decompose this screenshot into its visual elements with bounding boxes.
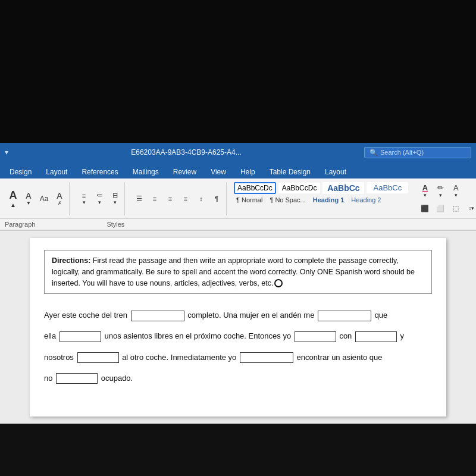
indent-right-icon: ⬜ [436, 205, 444, 212]
eraser-icon: ✗ [58, 201, 62, 206]
style-sample2-text: AaBbCcDc [282, 184, 317, 192]
line-spacing-btn[interactable]: ↕▾ [464, 201, 476, 217]
font-color-row: A ▾ ✏ ▾ A ▾ [418, 182, 463, 199]
line2-mid2: con [339, 331, 352, 340]
passage-line-2: ella unos asientos libres en el próximo … [44, 327, 432, 345]
styles-row-bottom: ¶ Normal ¶ No Spac... Heading 1 Heading … [234, 195, 383, 205]
document-area: Directions: First read the passage and t… [0, 231, 476, 424]
fill-blank-8[interactable] [56, 373, 98, 384]
tab-help[interactable]: Help [233, 165, 262, 178]
highlight-icon: ✏ [437, 183, 444, 192]
search-box[interactable]: 🔍 Search (Alt+Q) [364, 147, 471, 158]
styles-row-top: AaBbCcDc AaBbCcDc AaBbCc AaBbCc [234, 182, 408, 194]
fill-blank-2[interactable] [318, 311, 371, 321]
style-heading1-sample: AaBbCc [322, 182, 364, 194]
screen-container: ▾ E66203AA-9AB3-4CB9-A625-A4... 🔍 Search… [0, 0, 476, 476]
line3-mid: al otro coche. Inmediatamente yo [122, 353, 236, 362]
fill-blank-7[interactable] [240, 352, 293, 363]
tab-layout[interactable]: Layout [39, 165, 74, 178]
tab-table-design[interactable]: Table Design [262, 165, 318, 178]
tab-mailings[interactable]: Mailings [126, 165, 166, 178]
font-underline-btn[interactable]: A ▾ [449, 182, 463, 199]
nospace-style-btn[interactable]: ¶ No Spac... [267, 195, 308, 205]
tab-layout2[interactable]: Layout [318, 165, 353, 178]
font-A-icon: A [10, 189, 17, 202]
ribbon-toolbar: A ▲ A ▼ Aa A ✗ ≡ ▾ ≔ ▾ [0, 178, 476, 219]
line1-mid: completo. Una mujer en el andén me [187, 311, 314, 320]
aabbcc-preview: AaBbCcDc [234, 182, 276, 194]
heading2-style-btn[interactable]: Heading 2 [349, 195, 383, 205]
numbered-list-icon: ≔ [96, 192, 103, 199]
clear-format-icon: A [57, 191, 62, 201]
window-arrow: ▾ [5, 148, 8, 156]
font-size-decrease-btn[interactable]: A ▼ [21, 182, 36, 215]
ribbon-labels: Paragraph Styles [0, 219, 476, 231]
justify-btn[interactable]: ≡ [178, 182, 193, 215]
line4-post: ocupado. [101, 374, 133, 383]
sort-btn[interactable]: ↕ [194, 182, 208, 215]
font-color-btn[interactable]: A ▾ [418, 182, 432, 199]
font-size-increase-btn[interactable]: A ▲ [6, 182, 20, 215]
styles-label: Styles [107, 221, 124, 228]
font-group: A ▲ A ▼ Aa A ✗ [4, 182, 70, 215]
normal-style-btn[interactable]: ¶ Normal [234, 195, 265, 205]
tab-design[interactable]: Design [2, 165, 39, 178]
align-right-btn[interactable]: ≡ [163, 182, 177, 215]
document-page: Directions: First read the passage and t… [30, 238, 446, 416]
line-spacing-icon: ↕▾ [469, 205, 475, 211]
fill-blank-6[interactable] [77, 352, 119, 363]
directions-label: Directions: [52, 256, 90, 265]
dropdown-arrow6: ▾ [455, 192, 458, 198]
align-center-btn[interactable]: ≡ [148, 182, 162, 215]
font-aa-btn[interactable]: Aa [37, 182, 51, 215]
align-group: ☰ ≡ ≡ ≡ ↕ ¶ [130, 182, 227, 215]
style-heading2-sample: AaBbCc [367, 182, 408, 193]
title-filename: E66203AA-9AB3-4CB9-A625-A4... [20, 148, 352, 156]
highlight-btn[interactable]: ✏ ▾ [433, 182, 447, 199]
line1-pre: Ayer este coche del tren [44, 311, 127, 320]
line1-post: que [375, 311, 388, 320]
font-color-icon: A [422, 183, 428, 192]
directions-text: First read the passage and then write an… [52, 256, 415, 287]
pilcrow-btn[interactable]: ¶ [209, 182, 224, 215]
heading1-style-btn[interactable]: Heading 1 [311, 195, 347, 205]
fill-blank-4[interactable] [295, 331, 336, 342]
heading2-sample-text: AaBbCc [374, 183, 402, 192]
indent-right-btn[interactable]: ⬜ [433, 201, 447, 217]
font-format-group: A ▾ ✏ ▾ A ▾ ⬛ ⬜ [415, 182, 476, 215]
multilevel-list-btn[interactable]: ⊟ ▾ [108, 182, 122, 215]
align-right-icon: ≡ [168, 195, 172, 202]
underline-icon: A [453, 183, 459, 192]
align-left-icon: ☰ [136, 195, 142, 202]
font-a-icon: A [26, 191, 31, 201]
passage-line-1: Ayer este coche del tren completo. Una m… [44, 306, 432, 324]
fill-blank-5[interactable] [355, 331, 397, 342]
line4-pre: no [44, 374, 52, 383]
fill-blank-1[interactable] [131, 311, 184, 321]
numbered-list-btn[interactable]: ≔ ▾ [92, 182, 107, 215]
multilevel-icon: ⊟ [112, 192, 118, 199]
search-icon: 🔍 [369, 149, 378, 156]
pilcrow-icon: ¶ [215, 195, 218, 202]
fill-blank-3[interactable] [60, 331, 101, 342]
tab-references[interactable]: References [74, 165, 125, 178]
align-indent-row: ⬛ ⬜ ⬚ ↕▾ 🖊 ▾ ⊞ ▾ [418, 201, 476, 217]
tab-view[interactable]: View [203, 165, 233, 178]
bullet-list-btn[interactable]: ≡ ▾ [77, 182, 91, 215]
tab-review[interactable]: Review [166, 165, 203, 178]
styles-group: AaBbCcDc AaBbCcDc AaBbCc AaBbCc ¶ Normal… [231, 182, 411, 215]
circle-mark [274, 279, 283, 287]
indent-left-btn[interactable]: ⬛ [418, 201, 432, 217]
align-left-btn[interactable]: ☰ [132, 182, 146, 215]
dropdown-arrow2: ▾ [98, 199, 101, 205]
search-placeholder: Search (Alt+Q) [380, 149, 424, 156]
style-sample-text: AaBbCcDc [237, 184, 273, 192]
line3-pre: nosotros [44, 353, 74, 362]
heading1-sample-text: AaBbCc [327, 183, 359, 193]
clear-format-btn[interactable]: A ✗ [52, 182, 67, 215]
style-sample2: AaBbCcDc [278, 183, 321, 193]
indent-more-btn[interactable]: ⬚ [449, 201, 463, 217]
paragraph-label: Paragraph [5, 221, 35, 228]
bullet-list-icon: ≡ [82, 192, 86, 199]
indent-left-icon: ⬛ [421, 205, 429, 212]
